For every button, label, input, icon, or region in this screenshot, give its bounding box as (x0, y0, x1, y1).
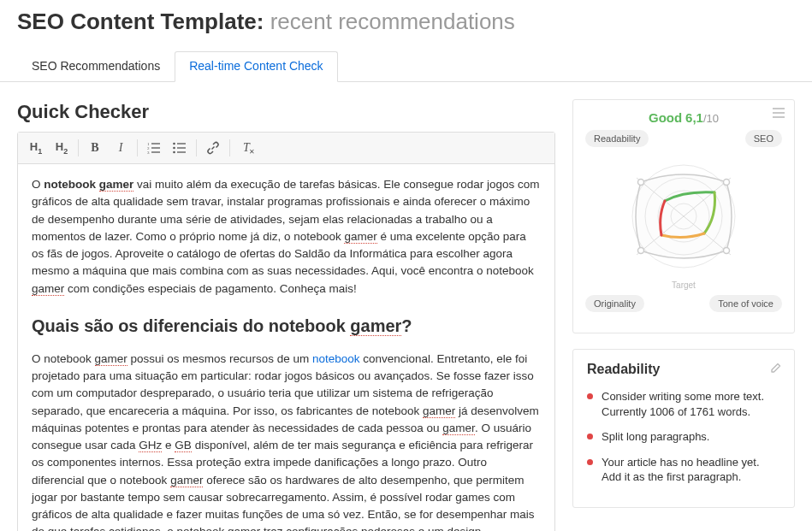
svg-point-26 (638, 248, 644, 254)
edit-icon[interactable] (770, 362, 782, 376)
page-title-suffix: recent recommendations (270, 9, 515, 34)
svg-point-9 (173, 143, 175, 145)
badge-readability[interactable]: Readability (585, 130, 649, 147)
abbr-ghz: GHz (139, 439, 162, 452)
abbr-gb: GB (175, 439, 192, 452)
toolbar-separator (229, 139, 230, 156)
editor-heading-2: Quais são os diferenciais do notebook ga… (32, 313, 541, 339)
bold-button[interactable]: B (82, 136, 108, 160)
recommendation-text: Consider writing some more text. Current… (602, 389, 780, 419)
keyword-gamer: gamer (350, 316, 401, 336)
panel-menu-icon[interactable] (772, 107, 785, 121)
keyword-gamer: gamer (95, 352, 127, 366)
bullet-icon (587, 393, 593, 399)
link-notebook[interactable]: notebook (312, 352, 360, 365)
svg-point-25 (724, 248, 730, 254)
recommendation-text: Your article has no headline yet. Add it… (602, 455, 780, 485)
editor-paragraph: O notebook gamer vai muito além da execu… (32, 176, 541, 298)
h2-button[interactable]: H2 (49, 136, 74, 160)
keyword-gamer: gamer (99, 178, 134, 192)
editor-content[interactable]: O notebook gamer vai muito além da execu… (18, 164, 554, 531)
bullet-icon (587, 459, 593, 465)
toolbar-separator (137, 139, 138, 156)
svg-point-11 (173, 151, 175, 154)
score-line: Good 6,1/10 (582, 110, 785, 125)
keyword-gamer: gamer (442, 422, 475, 435)
score-panel: Good 6,1/10 Readability SEO (572, 99, 795, 333)
readability-panel: Readability Consider writing some more t… (572, 349, 795, 508)
radar-chart (582, 152, 785, 280)
page-title-prefix: SEO Content Template: (17, 9, 270, 34)
score-value: 6,1 (685, 110, 703, 125)
recommendation-list: Consider writing some more text. Current… (587, 389, 780, 485)
score-max: /10 (703, 112, 719, 125)
keyword-gamer: gamer (228, 525, 260, 531)
svg-text:3: 3 (147, 150, 150, 154)
recommendation-item: Your article has no headline yet. Add it… (587, 455, 780, 485)
target-label: Target (582, 280, 785, 290)
editor-paragraph: O notebook gamer possui os mesmos recurs… (32, 351, 541, 531)
toolbar-separator (78, 139, 79, 156)
recommendation-item: Consider writing some more text. Current… (587, 389, 780, 419)
badge-originality[interactable]: Originality (585, 295, 644, 312)
tab-realtime-content-check[interactable]: Real-time Content Check (175, 51, 337, 82)
unordered-list-button[interactable] (167, 136, 193, 160)
readability-title: Readability (587, 362, 780, 377)
badge-seo[interactable]: SEO (745, 130, 782, 147)
svg-point-23 (638, 180, 644, 186)
score-label: Good (649, 110, 682, 125)
toolbar-separator (196, 139, 197, 156)
keyword-gamer: gamer (32, 282, 64, 296)
keyword-gamer: gamer (344, 230, 376, 244)
italic-button[interactable]: I (108, 136, 133, 160)
svg-point-24 (724, 180, 730, 186)
tab-bar: SEO Recommendations Real-time Content Ch… (0, 50, 812, 82)
page-title: SEO Content Template: recent recommendat… (0, 0, 812, 50)
quick-checker-heading: Quick Checker (17, 99, 555, 123)
link-button[interactable] (200, 136, 226, 160)
editor-toolbar: H1 H2 B I 123 T✕ (18, 133, 554, 164)
clear-format-button[interactable]: T✕ (234, 136, 259, 160)
keyword-gamer: gamer (423, 404, 455, 418)
ordered-list-button[interactable]: 123 (141, 136, 167, 160)
h1-button[interactable]: H1 (23, 136, 49, 160)
recommendation-text: Split long paragraphs. (602, 429, 709, 445)
bullet-icon (587, 434, 593, 440)
tab-seo-recommendations[interactable]: SEO Recommendations (17, 51, 175, 82)
badge-tone[interactable]: Tone of voice (709, 295, 782, 312)
keyword-gamer: gamer (170, 474, 203, 487)
editor: H1 H2 B I 123 T✕ (17, 132, 555, 531)
svg-point-10 (173, 147, 175, 150)
recommendation-item: Split long paragraphs. (587, 429, 780, 445)
